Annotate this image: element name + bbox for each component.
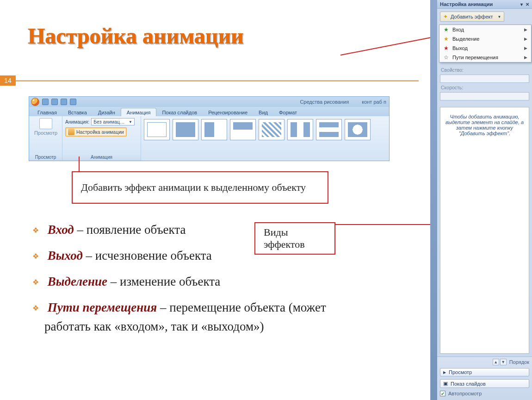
qat-save-icon[interactable] xyxy=(42,99,49,105)
transition-thumb[interactable] xyxy=(316,119,342,140)
effect-item-entrance: ❖ Вход – появление объекта xyxy=(32,220,375,240)
group-label-animation: Анимация xyxy=(62,154,141,161)
tab-insert[interactable]: Вставка xyxy=(62,108,93,116)
transition-thumb[interactable] xyxy=(201,119,227,140)
tab-home[interactable]: Главная xyxy=(32,108,62,116)
tab-animation[interactable]: Анимация xyxy=(121,108,157,116)
taskpane-close-icon[interactable]: ✕ xyxy=(526,2,529,7)
slide-number-badge: 14 xyxy=(0,75,16,86)
diamond-bullet-icon: ❖ xyxy=(32,226,39,234)
effect-term: Пути перемещения xyxy=(48,300,157,314)
diamond-bullet-icon: ❖ xyxy=(32,304,39,312)
tab-design[interactable]: Дизайн xyxy=(93,108,121,116)
star-icon: ✦ xyxy=(443,13,448,20)
qat-redo-icon[interactable] xyxy=(61,99,67,105)
callout-pointer xyxy=(79,156,80,173)
callout-add-effect: Добавить эффект анимации к выделенному о… xyxy=(72,171,328,204)
taskpane-preview-button[interactable]: ▶ Просмотр xyxy=(440,368,529,376)
menu-item-label: Выделение xyxy=(452,36,479,42)
taskpane-menu-icon[interactable]: ▾ xyxy=(520,2,523,7)
transition-thumb[interactable] xyxy=(173,119,198,140)
taskpane-title-bar: Настройка анимации ▾ ✕ xyxy=(437,0,532,9)
office-button[interactable] xyxy=(31,98,39,106)
quick-access-toolbar: Средства рисования конт раб п xyxy=(29,97,389,107)
taskpane-title: Настройка анимации xyxy=(440,1,493,7)
transition-gallery[interactable] xyxy=(144,119,386,140)
chevron-down-icon: ▼ xyxy=(497,15,501,19)
reorder-up-button[interactable]: ▲ xyxy=(493,359,499,365)
effect-desc: – исчезновение объекта xyxy=(83,249,212,262)
effect-desc: – изменение объекта xyxy=(107,275,220,288)
diamond-bullet-icon: ❖ xyxy=(32,278,39,286)
ribbon-context-title: Средства рисования xyxy=(300,99,349,105)
star-icon: ☆ xyxy=(443,55,449,60)
add-effect-button[interactable]: ✦ Добавить эффект ▼ xyxy=(440,12,504,22)
menu-item-emphasis[interactable]: ★ Выделение ▶ xyxy=(439,34,531,44)
qat-undo-icon[interactable] xyxy=(51,99,58,105)
reorder-label: Порядок xyxy=(509,359,529,365)
speed-label: Скорость: xyxy=(440,85,529,90)
star-icon: ★ xyxy=(443,45,449,51)
effects-list: ❖ Вход – появление объекта ❖ Выход – исч… xyxy=(32,220,375,343)
taskpane-slideshow-label: Показ слайдов xyxy=(451,381,486,387)
preview-button[interactable]: Просмотр xyxy=(32,118,60,136)
group-label-preview: Просмотр xyxy=(29,154,62,161)
star-icon: ★ xyxy=(443,36,449,42)
menu-item-entrance[interactable]: ★ Вход ▶ xyxy=(439,25,531,34)
submenu-arrow-icon: ▶ xyxy=(524,37,527,41)
menu-item-exit[interactable]: ★ Выход ▶ xyxy=(439,44,531,53)
callout-add-effect-text: Добавить эффект анимации к выделенному о… xyxy=(81,181,306,194)
effect-item-emphasis: ❖ Выделение – изменение объекта xyxy=(32,272,375,292)
animation-taskpane: Настройка анимации ▾ ✕ ✦ Добавить эффект… xyxy=(430,0,532,400)
preview-icon xyxy=(39,118,52,129)
submenu-arrow-icon: ▶ xyxy=(524,46,527,50)
qat-custom-icon[interactable] xyxy=(70,99,76,105)
effect-term: Выделение xyxy=(48,275,107,288)
ribbon: Средства рисования конт раб п Главная Вс… xyxy=(29,96,390,161)
diamond-bullet-icon: ❖ xyxy=(32,252,39,260)
tab-format[interactable]: Формат xyxy=(273,108,303,116)
anim-scheme-label: Анимация: xyxy=(65,119,89,125)
callout-pointer xyxy=(340,37,433,56)
anim-scheme-value: Без анимац… xyxy=(93,119,124,125)
autopreview-checkbox[interactable]: ✔ xyxy=(440,391,445,396)
menu-item-label: Вход xyxy=(452,27,464,32)
property-dropdown xyxy=(440,75,529,83)
slideshow-icon: ▣ xyxy=(443,381,448,387)
animation-setup-button[interactable]: Настройка анимации xyxy=(65,127,127,137)
add-effect-menu: ★ Вход ▶ ★ Выделение ▶ ★ Выход ▶ ☆ Пути … xyxy=(439,25,532,62)
menu-item-motion-path[interactable]: ☆ Пути перемещения ▶ xyxy=(439,53,531,62)
star-icon: ★ xyxy=(443,27,449,32)
transition-thumb[interactable] xyxy=(259,119,285,140)
tab-view[interactable]: Вид xyxy=(253,108,273,116)
effect-item-exit: ❖ Выход – исчезновение объекта xyxy=(32,246,375,266)
tab-slideshow[interactable]: Показ слайдов xyxy=(156,108,203,116)
taskpane-slideshow-button[interactable]: ▣ Показ слайдов xyxy=(440,379,529,388)
taskpane-grip[interactable] xyxy=(431,0,437,400)
chevron-down-icon: ▼ xyxy=(129,120,132,124)
animation-setup-icon xyxy=(68,129,74,135)
add-effect-label: Добавить эффект xyxy=(451,14,493,19)
tab-review[interactable]: Рецензирование xyxy=(203,108,253,116)
transition-thumb[interactable] xyxy=(230,119,256,140)
slide-divider xyxy=(16,80,419,81)
preview-label: Просмотр xyxy=(34,130,57,136)
effect-term: Вход xyxy=(48,223,74,237)
autopreview-label: Автопросмотр xyxy=(448,391,482,396)
transition-thumb[interactable] xyxy=(287,119,313,140)
play-icon: ▶ xyxy=(443,370,446,375)
submenu-arrow-icon: ▶ xyxy=(524,55,527,60)
effect-term: Выход xyxy=(48,249,83,262)
ribbon-doc-title: конт раб п xyxy=(362,99,386,105)
ribbon-tabs: Главная Вставка Дизайн Анимация Показ сл… xyxy=(29,107,389,116)
menu-item-label: Выход xyxy=(452,45,468,51)
speed-dropdown xyxy=(440,92,529,100)
taskpane-hint: Чтобы добавить анимацию, выделите элемен… xyxy=(440,107,529,354)
reorder-down-button[interactable]: ▼ xyxy=(500,359,507,365)
anim-scheme-dropdown[interactable]: Без анимац… ▼ xyxy=(91,118,135,125)
transition-thumb[interactable] xyxy=(345,119,371,140)
transition-thumb[interactable] xyxy=(144,119,170,140)
submenu-arrow-icon: ▶ xyxy=(524,27,527,32)
taskpane-preview-label: Просмотр xyxy=(449,369,472,375)
animation-setup-label: Настройка анимации xyxy=(76,129,124,135)
